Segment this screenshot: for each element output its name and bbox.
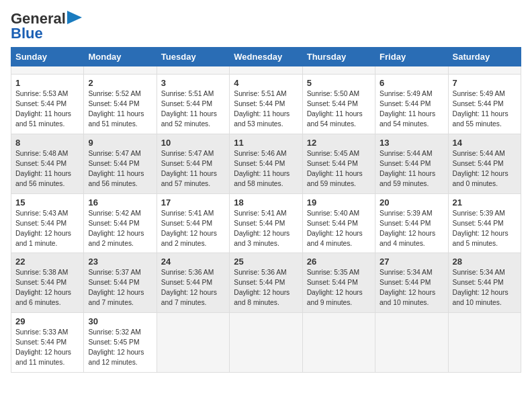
day-info: Sunrise: 5:45 AM Sunset: 5:44 PM Dayligh… [307,149,371,189]
day-info: Sunrise: 5:32 AM Sunset: 5:45 PM Dayligh… [88,328,152,368]
weekday-header-sunday: Sunday [11,48,84,66]
weekday-header-tuesday: Tuesday [157,48,229,66]
calendar-day-cell [157,313,229,373]
day-number: 2 [88,78,152,88]
day-number: 12 [307,138,371,148]
day-number: 30 [88,316,152,326]
calendar-day-cell: 24Sunrise: 5:36 AM Sunset: 5:44 PM Dayli… [157,253,229,313]
calendar-day-cell: 27Sunrise: 5:34 AM Sunset: 5:44 PM Dayli… [375,253,448,313]
calendar-day-cell: 8Sunrise: 5:48 AM Sunset: 5:44 PM Daylig… [11,134,84,194]
calendar-table: SundayMondayTuesdayWednesdayThursdayFrid… [11,47,521,372]
calendar-day-cell: 11Sunrise: 5:46 AM Sunset: 5:44 PM Dayli… [230,134,302,194]
calendar-week-row: 29Sunrise: 5:33 AM Sunset: 5:44 PM Dayli… [11,313,521,373]
day-number: 5 [307,78,371,88]
day-info: Sunrise: 5:46 AM Sunset: 5:44 PM Dayligh… [234,149,298,189]
calendar-day-cell: 16Sunrise: 5:42 AM Sunset: 5:44 PM Dayli… [84,193,157,253]
day-number: 23 [88,257,152,267]
weekday-header-monday: Monday [84,48,157,66]
day-info: Sunrise: 5:49 AM Sunset: 5:44 PM Dayligh… [380,89,443,130]
weekday-header-friday: Friday [375,48,448,66]
day-info: Sunrise: 5:41 AM Sunset: 5:44 PM Dayligh… [234,209,298,249]
day-number: 25 [234,257,298,267]
day-number: 28 [453,257,517,267]
calendar-day-cell [375,313,448,373]
calendar-day-cell: 29Sunrise: 5:33 AM Sunset: 5:44 PM Dayli… [11,313,84,373]
calendar-day-cell [448,66,521,75]
day-number: 27 [380,257,443,267]
day-info: Sunrise: 5:33 AM Sunset: 5:44 PM Dayligh… [15,328,79,368]
calendar-day-cell [375,66,448,75]
day-info: Sunrise: 5:37 AM Sunset: 5:44 PM Dayligh… [88,268,152,308]
day-info: Sunrise: 5:44 AM Sunset: 5:44 PM Dayligh… [380,149,443,189]
day-info: Sunrise: 5:43 AM Sunset: 5:44 PM Dayligh… [15,209,79,249]
calendar-day-cell [448,313,521,373]
calendar-day-cell [230,313,302,373]
page-header: General Blue [11,11,521,42]
day-info: Sunrise: 5:44 AM Sunset: 5:44 PM Dayligh… [453,149,517,189]
day-info: Sunrise: 5:38 AM Sunset: 5:44 PM Dayligh… [15,268,79,308]
day-number: 13 [380,138,443,148]
day-info: Sunrise: 5:47 AM Sunset: 5:44 PM Dayligh… [88,149,152,189]
day-number: 3 [161,78,225,88]
day-number: 15 [15,197,79,208]
calendar-day-cell [302,313,375,373]
calendar-week-row: 22Sunrise: 5:38 AM Sunset: 5:44 PM Dayli… [11,253,521,313]
day-info: Sunrise: 5:41 AM Sunset: 5:44 PM Dayligh… [161,209,225,249]
calendar-day-cell [302,66,375,75]
day-info: Sunrise: 5:51 AM Sunset: 5:44 PM Dayligh… [234,89,298,130]
day-number: 18 [234,197,298,208]
day-info: Sunrise: 5:39 AM Sunset: 5:44 PM Dayligh… [453,209,517,249]
day-number: 22 [15,257,79,267]
calendar-day-cell: 25Sunrise: 5:36 AM Sunset: 5:44 PM Dayli… [230,253,302,313]
day-info: Sunrise: 5:42 AM Sunset: 5:44 PM Dayligh… [88,209,152,249]
calendar-day-cell: 6Sunrise: 5:49 AM Sunset: 5:44 PM Daylig… [375,75,448,134]
day-number: 4 [234,78,298,88]
day-number: 19 [307,197,371,208]
logo-blue-text: Blue [11,26,43,42]
day-number: 14 [453,138,517,148]
calendar-day-cell: 1Sunrise: 5:53 AM Sunset: 5:44 PM Daylig… [11,75,84,134]
day-info: Sunrise: 5:39 AM Sunset: 5:44 PM Dayligh… [380,209,443,249]
day-info: Sunrise: 5:53 AM Sunset: 5:44 PM Dayligh… [15,89,79,130]
day-info: Sunrise: 5:51 AM Sunset: 5:44 PM Dayligh… [161,89,225,130]
calendar-day-cell: 4Sunrise: 5:51 AM Sunset: 5:44 PM Daylig… [230,75,302,134]
day-number: 6 [380,78,443,88]
calendar-day-cell: 9Sunrise: 5:47 AM Sunset: 5:44 PM Daylig… [84,134,157,194]
day-number: 7 [453,78,517,88]
logo: General Blue [11,11,82,42]
svg-marker-0 [67,11,82,24]
calendar-day-cell: 17Sunrise: 5:41 AM Sunset: 5:44 PM Dayli… [157,193,229,253]
calendar-day-cell: 22Sunrise: 5:38 AM Sunset: 5:44 PM Dayli… [11,253,84,313]
day-number: 29 [15,316,79,326]
calendar-day-cell [11,66,84,75]
calendar-day-cell [157,66,229,75]
day-info: Sunrise: 5:52 AM Sunset: 5:44 PM Dayligh… [88,89,152,130]
day-info: Sunrise: 5:34 AM Sunset: 5:44 PM Dayligh… [380,268,443,308]
calendar-day-cell [84,66,157,75]
day-info: Sunrise: 5:36 AM Sunset: 5:44 PM Dayligh… [161,268,225,308]
day-number: 9 [88,138,152,148]
calendar-day-cell: 21Sunrise: 5:39 AM Sunset: 5:44 PM Dayli… [448,193,521,253]
day-info: Sunrise: 5:34 AM Sunset: 5:44 PM Dayligh… [453,268,517,308]
day-number: 8 [15,138,79,148]
day-number: 21 [453,197,517,208]
calendar-day-cell: 23Sunrise: 5:37 AM Sunset: 5:44 PM Dayli… [84,253,157,313]
calendar-week-row [11,66,521,75]
calendar-day-cell: 30Sunrise: 5:32 AM Sunset: 5:45 PM Dayli… [84,313,157,373]
day-number: 17 [161,197,225,208]
calendar-week-row: 1Sunrise: 5:53 AM Sunset: 5:44 PM Daylig… [11,75,521,134]
calendar-week-row: 15Sunrise: 5:43 AM Sunset: 5:44 PM Dayli… [11,193,521,253]
day-info: Sunrise: 5:50 AM Sunset: 5:44 PM Dayligh… [307,89,371,130]
calendar-week-row: 8Sunrise: 5:48 AM Sunset: 5:44 PM Daylig… [11,134,521,194]
day-number: 26 [307,257,371,267]
calendar-day-cell: 13Sunrise: 5:44 AM Sunset: 5:44 PM Dayli… [375,134,448,194]
calendar-day-cell: 12Sunrise: 5:45 AM Sunset: 5:44 PM Dayli… [302,134,375,194]
weekday-header-thursday: Thursday [302,48,375,66]
calendar-day-cell: 15Sunrise: 5:43 AM Sunset: 5:44 PM Dayli… [11,193,84,253]
day-number: 1 [15,78,79,88]
day-info: Sunrise: 5:36 AM Sunset: 5:44 PM Dayligh… [234,268,298,308]
day-number: 11 [234,138,298,148]
calendar-day-cell: 14Sunrise: 5:44 AM Sunset: 5:44 PM Dayli… [448,134,521,194]
day-info: Sunrise: 5:35 AM Sunset: 5:44 PM Dayligh… [307,268,371,308]
calendar-day-cell: 7Sunrise: 5:49 AM Sunset: 5:44 PM Daylig… [448,75,521,134]
